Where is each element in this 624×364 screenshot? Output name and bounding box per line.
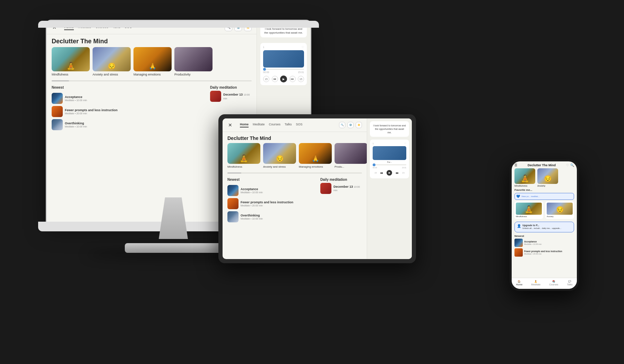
productivity-image	[174, 47, 213, 71]
category-anxiety[interactable]: Anxiety and stress	[93, 47, 131, 76]
tablet-emotions-label: Managing emotions	[299, 165, 332, 168]
desktop-scroll-track[interactable]	[52, 80, 252, 81]
tablet-newest-0[interactable]: Acceptance Meditate • 10:00 min	[227, 185, 315, 196]
tablet-newest-title: Newest	[227, 178, 315, 181]
overthinking-title: Overthinking	[65, 122, 87, 125]
tablet-progress-dot	[373, 163, 375, 166]
tablet-nav: ✕ Home Meditate Courses Talks SOS 🔍 ⚙️	[223, 118, 367, 132]
tablet-acceptance-img	[227, 185, 239, 196]
phone-fav-cards: Mindfulness Anxiety	[514, 201, 574, 219]
category-mindfulness[interactable]: Mindfulness	[52, 47, 90, 76]
phone-newest-0[interactable]: Acceptance Meditate • 10:00 min	[514, 239, 574, 247]
tablet-time-end: 15:01	[402, 167, 406, 169]
time-end: 15:01	[298, 71, 304, 73]
sidebar-player: ℹ ♡ 00:00 15:01 15	[260, 43, 307, 85]
player-progress-bar[interactable]	[263, 69, 304, 70]
skip-back-icon: ⏮	[272, 76, 278, 82]
tablet-nav-home[interactable]: Home	[240, 123, 249, 127]
tablet-bottom: Newest Acceptance Meditate • 10:00 min	[223, 175, 367, 259]
mindfulness-image	[52, 47, 90, 71]
fewer-img	[52, 106, 63, 117]
phone-top-icons: ♡ 🔍	[566, 163, 574, 167]
tablet-daily-thumb	[320, 183, 331, 194]
phone-fav-mindfulness[interactable]: Mindfulness	[514, 201, 543, 219]
skip-back-button[interactable]: 15	[263, 76, 269, 82]
tablet-category-productivity[interactable]: Produ...	[335, 143, 367, 168]
tablet-overthinking-meta: Meditate • 10:00 min	[241, 217, 263, 220]
tablet-skip-fwd-icon[interactable]: ⏭	[396, 171, 399, 175]
tablet-newest-2[interactable]: Overthinking Meditate • 10:00 min	[227, 211, 315, 222]
phone-favorites: Favorite me... 💙 View yo... meditat... M…	[512, 187, 577, 220]
heart-icon[interactable]: ♡	[302, 46, 304, 49]
tablet-player: ℹ ♡ Par... 00:00 15:01 15	[370, 140, 409, 178]
phone-hamburger-icon[interactable]: ☰	[514, 163, 517, 167]
category-productivity[interactable]: Productivity	[174, 47, 213, 76]
phone-acceptance-thumb	[514, 239, 523, 247]
tablet-nav-meditate[interactable]: Meditate	[253, 123, 265, 127]
monitor-bezel	[38, 21, 319, 28]
daily-item[interactable]: December 13 10:00 min	[210, 91, 252, 102]
phone-upgrade-section[interactable]: 👤 Upgrade to P... Unlock all... includi.…	[514, 222, 574, 232]
tablet-app: ✕ Home Meditate Courses Talks SOS 🔍 ⚙️	[223, 118, 412, 259]
tablet-player-thumb	[373, 146, 406, 160]
tablet-category-mindfulness[interactable]: Mindfulness	[227, 143, 260, 168]
phone-talks-icon: 💬	[568, 280, 571, 283]
tablet-theme-button[interactable]: ☀️	[356, 122, 362, 128]
phone-tab-talks[interactable]: 💬 Talks	[567, 280, 572, 286]
skip-forward-button[interactable]: 15	[298, 76, 304, 82]
newest-title: Newest	[52, 86, 205, 89]
tablet-heart-icon[interactable]: ♡	[404, 142, 406, 145]
tablet-skip-back-icon[interactable]: ⏮	[380, 171, 383, 175]
tablet-acceptance-thumb	[227, 185, 239, 196]
phone-fav-anxiety[interactable]: Anxiety	[545, 201, 574, 219]
play-button[interactable]: ▶	[280, 76, 287, 82]
phone-mindfulness-photo	[514, 168, 535, 184]
category-emotions[interactable]: Managing emotions	[133, 47, 172, 76]
phone-acceptance-img	[514, 239, 523, 247]
tablet-screen: ✕ Home Meditate Courses Talks SOS 🔍 ⚙️	[223, 118, 412, 259]
tablet-fewer-thumb	[227, 198, 239, 209]
phone-cat-anxiety[interactable]: Anxiety	[537, 168, 558, 187]
phone-newest-1[interactable]: Fewer prompts and less instruction Medit…	[514, 248, 574, 257]
tablet-search-button[interactable]: 🔍	[339, 122, 345, 128]
tablet-scroll-track[interactable]	[227, 172, 362, 174]
tablet-anxiety-label: Anxiety and stress	[263, 165, 296, 168]
phone-tab-home[interactable]: 🏠 Home	[516, 280, 523, 286]
tablet-daily-item[interactable]: December 13 10:00 min	[320, 183, 362, 194]
tablet-nav-talks[interactable]: Talks	[285, 123, 292, 127]
tablet-category-emotions[interactable]: Managing emotions	[299, 143, 332, 168]
category-anxiety-img	[93, 47, 131, 71]
category-anxiety-label: Anxiety and stress	[93, 73, 131, 76]
tablet-fewer-meta: Meditate • 20:00 min	[241, 204, 293, 207]
phone-tab-courses[interactable]: 📚 Courses	[549, 280, 558, 286]
desktop-page-title: Declutter The Mind	[47, 34, 257, 47]
phone-newest: Newest Acceptance Meditate • 10:00 min	[512, 234, 577, 259]
time-start: 00:00	[263, 71, 269, 73]
tablet-play-button[interactable]: ▶	[387, 170, 392, 176]
phone-tab-meditate[interactable]: 🧘 Meditate	[531, 280, 540, 286]
tablet-nav-sos[interactable]: SOS	[296, 123, 303, 127]
acceptance-title: Acceptance	[65, 95, 87, 99]
category-emotions-label: Managing emotions	[133, 73, 172, 76]
newest-item-2[interactable]: Overthinking Meditate • 10:00 min	[52, 119, 205, 130]
phone-home-icon: 🏠	[518, 280, 521, 283]
tablet-settings-button[interactable]: ⚙️	[347, 122, 354, 128]
tablet-nav-courses[interactable]: Courses	[269, 123, 281, 127]
newest-item-0[interactable]: Acceptance Meditate • 10:00 min	[52, 93, 205, 104]
phone-view-meditation[interactable]: 💙 View yo... meditat...	[514, 193, 574, 200]
phone-acceptance-title: Acceptance	[524, 240, 541, 243]
phone-search-icon[interactable]: 🔍	[570, 163, 574, 167]
phone-categories: Mindfulness Anxiety	[512, 168, 577, 187]
phone-view-icon: 💙	[516, 195, 520, 198]
phone-meditate-label: Meditate	[531, 283, 540, 286]
acceptance-info: Acceptance Meditate • 10:00 min	[65, 95, 87, 101]
overthinking-meta: Meditate • 10:00 min	[65, 125, 87, 128]
newest-item-1[interactable]: Fewer prompts and less instruction Medit…	[52, 106, 205, 117]
phone-cat-mindfulness[interactable]: Mindfulness	[514, 168, 535, 187]
tablet-progress[interactable]	[373, 165, 406, 165]
phone-heart-icon[interactable]: ♡	[566, 163, 569, 167]
tablet-skip-back-val: 15	[374, 172, 377, 174]
tablet-category-anxiety[interactable]: Anxiety and stress	[263, 143, 296, 168]
category-emotions-img	[133, 47, 172, 71]
tablet-newest-1[interactable]: Fewer prompts and less instruction Medit…	[227, 198, 315, 209]
